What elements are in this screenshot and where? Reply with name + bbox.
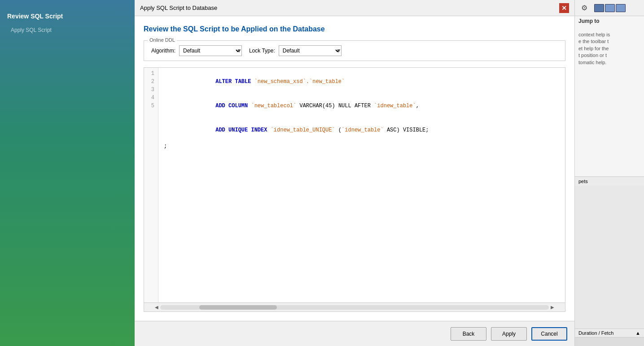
sql-col-name: `new_tablecol` <box>248 103 296 109</box>
dialog-titlebar: Apply SQL Script to Database ✕ <box>135 0 574 16</box>
right-panel: ⚙ Jump to context help ise the toolbar t… <box>574 0 644 346</box>
right-panel-toolbar: ⚙ <box>575 0 644 16</box>
line-num-3: 3 <box>148 86 154 94</box>
scroll-track[interactable] <box>160 305 549 310</box>
layout-buttons <box>594 4 626 12</box>
sql-line-3: ADD UNIQUE INDEX `idnew_table_UNIQUE` (`… <box>164 118 560 142</box>
line-num-1: 1 <box>148 70 154 78</box>
scroll-left-arrow[interactable]: ◀ <box>153 304 160 311</box>
apply-button[interactable]: Apply <box>491 327 527 341</box>
gear-icon[interactable]: ⚙ <box>578 2 591 14</box>
snippets-area <box>575 186 644 329</box>
sql-line-5 <box>164 150 560 158</box>
line-num-2: 2 <box>148 78 154 86</box>
cancel-button[interactable]: Cancel <box>531 327 567 341</box>
snippets-label: pets <box>578 179 588 184</box>
wizard-step-review[interactable]: Review SQL Script <box>0 9 135 23</box>
sql-lines: 1 2 3 4 5 ALTER TABLE `new_schema_xsd`.`… <box>144 68 565 302</box>
sql-kw-add-col: ADD COLUMN <box>215 103 248 109</box>
scroll-thumb[interactable] <box>199 305 277 310</box>
dialog-title: Apply SQL Script to Database <box>140 4 559 11</box>
algorithm-select[interactable]: Default Inplace Copy <box>179 45 242 56</box>
dialog-overlay: Review SQL Script Apply SQL Script Apply… <box>0 0 644 346</box>
sql-content[interactable]: ALTER TABLE `new_schema_xsd`.`new_table`… <box>158 68 565 302</box>
sql-idx-col: `idnew_table` <box>342 127 384 133</box>
line-numbers: 1 2 3 4 5 <box>144 68 158 302</box>
sql-tbl-1: `new_schema_xsd`.`new_table` <box>251 79 345 85</box>
layout-btn-2[interactable] <box>605 4 615 12</box>
sql-kw-add-idx: ADD UNIQUE INDEX <box>215 127 267 133</box>
duration-label: Duration / Fetch <box>578 330 613 336</box>
wizard-panel: Review SQL Script Apply SQL Script <box>0 0 135 346</box>
right-panel-content: context help ise the toolbar tet help fo… <box>575 26 644 176</box>
dialog-body: Review the SQL Script to be Applied on t… <box>135 16 574 321</box>
line-num-4: 4 <box>148 94 154 102</box>
dialog-heading: Review the SQL Script to be Applied on t… <box>144 25 565 33</box>
sql-line-2: ADD COLUMN `new_tablecol` VARCHAR(45) NU… <box>164 94 560 118</box>
lock-type-label: Lock Type: <box>249 48 275 54</box>
duration-row: Duration / Fetch ▲ <box>575 328 644 337</box>
wizard-step-apply[interactable]: Apply SQL Script <box>0 23 135 37</box>
lock-type-select[interactable]: Default None Shared Exclusive <box>279 45 342 56</box>
sql-after-col: `idnew_table` <box>374 103 416 109</box>
sql-line-4: ; <box>164 142 560 150</box>
main-layout: Navigator SCHEMAS 🔍 ▼ 🗄 new_schema_xsd ▼… <box>0 54 644 346</box>
sql-kw-alter: ALTER TABLE <box>215 79 251 85</box>
sql-line-1: ALTER TABLE `new_schema_xsd`.`new_table` <box>164 70 560 94</box>
dialog-main: Apply SQL Script to Database ✕ Review th… <box>135 0 574 346</box>
ddl-section-label: Online DDL <box>148 37 177 43</box>
layout-btn-1[interactable] <box>594 4 604 12</box>
layout-btn-3[interactable] <box>616 4 626 12</box>
ddl-section: Online DDL Algorithm: Default Inplace Co… <box>144 40 565 61</box>
horizontal-scrollbar[interactable]: ◀ ▶ <box>144 302 565 311</box>
sql-col-type: VARCHAR(45) NULL AFTER <box>296 103 374 109</box>
scroll-right-arrow[interactable]: ▶ <box>549 304 556 311</box>
back-button[interactable]: Back <box>451 327 486 341</box>
chevron-up-icon: ▲ <box>635 330 640 336</box>
jump-to-label: Jump to <box>575 16 644 26</box>
dialog-close-button[interactable]: ✕ <box>559 3 569 13</box>
sql-idx-name: `idnew_table_UNIQUE` <box>267 127 335 133</box>
snippets-section: pets <box>575 176 644 186</box>
dialog-footer: Back Apply Cancel <box>135 321 574 346</box>
lock-type-field: Lock Type: Default None Shared Exclusive… <box>249 45 342 56</box>
sql-editor: 1 2 3 4 5 ALTER TABLE `new_schema_xsd`.`… <box>144 67 565 312</box>
right-scrollbar[interactable] <box>575 337 644 346</box>
algorithm-label: Algorithm: <box>151 48 175 54</box>
algorithm-field: Algorithm: Default Inplace Copy ▼ <box>151 45 242 56</box>
help-text: context help ise the toolbar tet help fo… <box>578 30 640 68</box>
ddl-row: Algorithm: Default Inplace Copy ▼ Lock T… <box>151 45 558 56</box>
line-num-5: 5 <box>148 102 154 110</box>
